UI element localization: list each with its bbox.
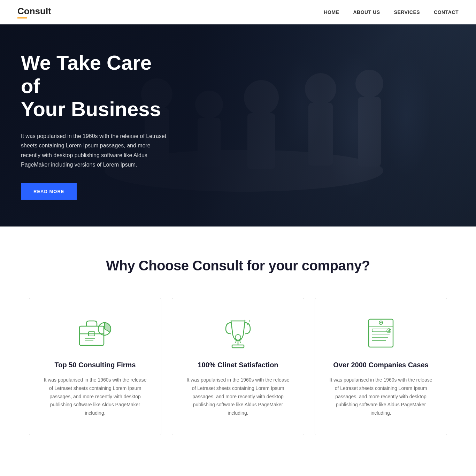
hero-title: We Take Care of Your Business	[21, 51, 171, 121]
svg-text:✦: ✦	[248, 320, 251, 323]
briefcase-icon	[76, 316, 114, 351]
svg-point-36	[388, 330, 390, 332]
nav-services[interactable]: SERVICES	[394, 9, 420, 15]
card-satisfaction: ✦ ✦ ✦ 100% Clinet Satisfaction It was po…	[172, 298, 304, 435]
site-header: Consult HOME ABOUT US SERVICES CONTACT	[0, 0, 476, 24]
svg-point-24	[235, 335, 241, 340]
why-section: Why Choose Consult for your company?	[0, 227, 476, 470]
nav-home[interactable]: HOME	[324, 9, 339, 15]
nav-about[interactable]: ABOUT US	[353, 9, 380, 15]
hero-section: We Take Care of Your Business It was pop…	[0, 24, 476, 227]
hero-description: It was popularised in the 1960s with the…	[21, 131, 171, 169]
card-cases-title: Over 2000 Companies Cases	[329, 361, 433, 369]
nav-contact[interactable]: CONTACT	[434, 9, 459, 15]
card-satisfaction-title: 100% Clinet Satisfaction	[186, 361, 290, 369]
svg-text:✦: ✦	[244, 319, 246, 321]
why-title: Why Choose Consult for your company?	[21, 258, 455, 274]
card-consulting-title: Top 50 Consulting Firms	[43, 361, 147, 369]
document-icon	[362, 316, 400, 351]
card-cases-desc: It was popularised in the 1960s with the…	[329, 376, 433, 417]
cards-container: Top 50 Consulting Firms It was popularis…	[21, 298, 455, 435]
main-nav: HOME ABOUT US SERVICES CONTACT	[324, 9, 459, 15]
svg-point-30	[380, 322, 382, 323]
card-consulting: Top 50 Consulting Firms It was popularis…	[29, 298, 161, 435]
svg-rect-20	[232, 345, 244, 348]
card-consulting-desc: It was popularised in the 1960s with the…	[43, 376, 147, 417]
trophy-icon: ✦ ✦ ✦	[219, 316, 257, 351]
card-cases: Over 2000 Companies Cases It was popular…	[315, 298, 447, 435]
hero-content: We Take Care of Your Business It was pop…	[0, 51, 192, 200]
site-logo[interactable]: Consult	[17, 6, 51, 18]
card-satisfaction-desc: It was popularised in the 1960s with the…	[186, 376, 290, 417]
read-more-button[interactable]: READ MORE	[21, 183, 77, 200]
